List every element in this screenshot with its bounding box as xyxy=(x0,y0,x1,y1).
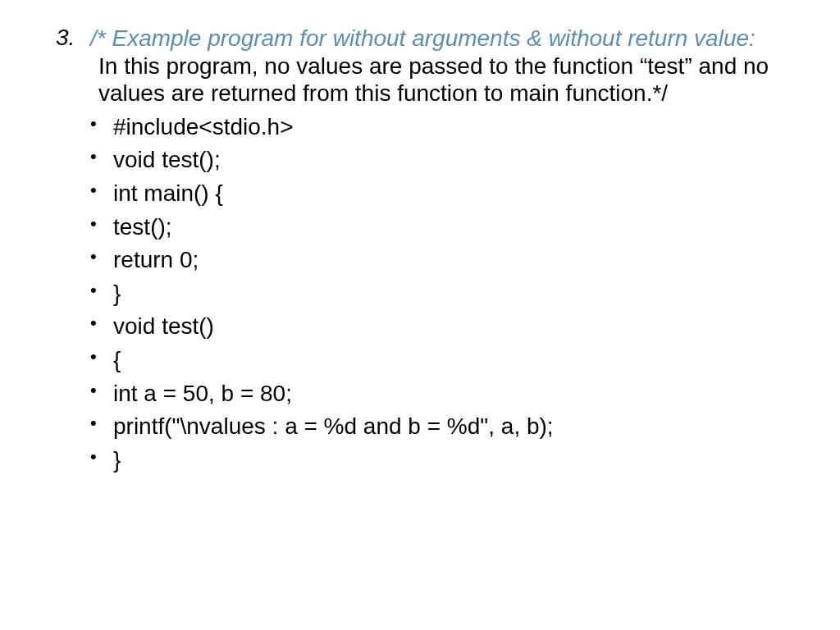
code-line: } xyxy=(90,444,791,477)
code-line: return 0; xyxy=(90,244,791,277)
code-line: printf("\nvalues : a = %d and b = %d", a… xyxy=(90,410,791,444)
comment-open: /* xyxy=(90,25,112,51)
title-text: Example program for without arguments & … xyxy=(112,25,755,51)
heading-title: /* Example program for without arguments… xyxy=(90,25,791,52)
code-line: test(); xyxy=(90,211,791,244)
code-list: #include<stdio.h> void test(); int main(… xyxy=(90,111,791,477)
description-text: In this program, no values are passed to… xyxy=(98,52,791,107)
code-line: void test() xyxy=(90,310,791,344)
code-line: int main() { xyxy=(90,177,791,211)
code-line: } xyxy=(90,277,791,311)
code-line: #include<stdio.h> xyxy=(90,111,791,144)
code-line: int a = 50, b = 80; xyxy=(90,377,791,411)
numbered-heading: 3. /* Example program for without argume… xyxy=(49,25,791,107)
heading-content: /* Example program for without arguments… xyxy=(90,25,791,107)
code-line: void test(); xyxy=(90,144,791,177)
code-line: { xyxy=(90,344,791,377)
item-number: 3. xyxy=(49,25,90,107)
